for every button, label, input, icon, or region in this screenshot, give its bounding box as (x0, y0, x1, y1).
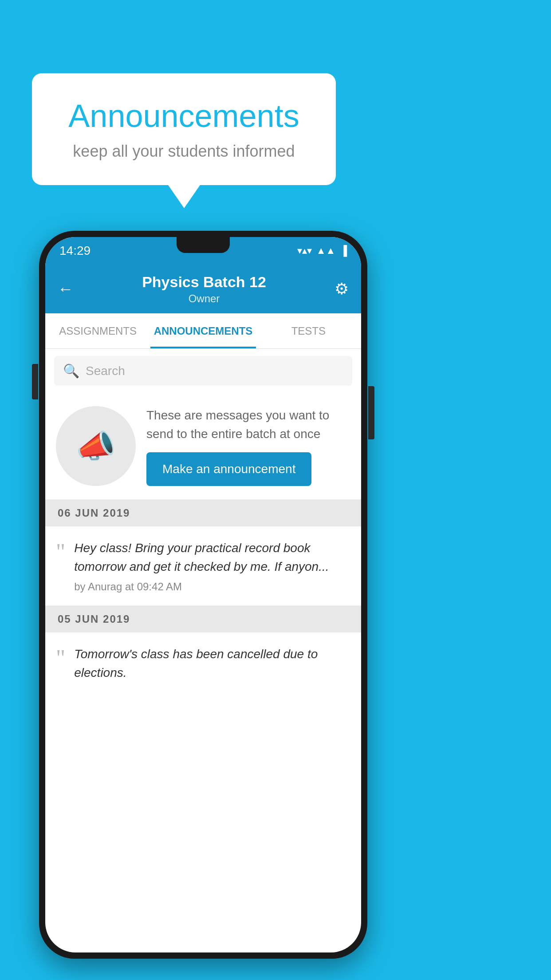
quote-icon-2: " (56, 647, 65, 670)
date-separator-2: 05 JUN 2019 (45, 606, 361, 632)
tab-assignments[interactable]: ASSIGNMENTS (45, 313, 150, 348)
speech-bubble: Announcements keep all your students inf… (32, 73, 336, 185)
search-placeholder: Search (86, 364, 125, 378)
speech-bubble-area: Announcements keep all your students inf… (32, 73, 336, 185)
tab-announcements[interactable]: ANNOUNCEMENTS (150, 313, 256, 348)
header-center: Physics Batch 12 Owner (142, 273, 266, 305)
app-header: ← Physics Batch 12 Owner ⚙ (45, 265, 361, 313)
make-announcement-button[interactable]: Make an announcement (146, 452, 311, 486)
megaphone-icon: 📣 (76, 427, 116, 465)
header-subtitle: Owner (142, 292, 266, 305)
megaphone-circle: 📣 (56, 406, 136, 486)
promo-content: These are messages you want to send to t… (146, 406, 350, 486)
announcement-item-2: " Tomorrow's class has been cancelled du… (45, 632, 361, 699)
announcement-content-2: Tomorrow's class has been cancelled due … (74, 645, 350, 687)
bubble-subtitle: keep all your students informed (59, 142, 309, 161)
quote-icon-1: " (56, 541, 65, 564)
announcement-item-1: " Hey class! Bring your practical record… (45, 526, 361, 606)
gear-icon[interactable]: ⚙ (335, 280, 349, 298)
announcement-author-1: by Anurag at 09:42 AM (74, 581, 350, 593)
search-bar[interactable]: 🔍 Search (54, 356, 352, 386)
status-icons: ▾▴▾ ▲▲ ▐ (297, 245, 347, 257)
signal-icon: ▲▲ (316, 245, 336, 257)
bubble-title: Announcements (59, 98, 309, 134)
search-icon: 🔍 (63, 363, 79, 379)
announcement-text-1: Hey class! Bring your practical record b… (74, 539, 350, 576)
announcement-text-2: Tomorrow's class has been cancelled due … (74, 645, 350, 682)
tab-tests[interactable]: TESTS (256, 313, 361, 348)
search-container: 🔍 Search (45, 349, 361, 393)
battery-icon: ▐ (340, 245, 347, 257)
phone-outer: 14:29 ▾▴▾ ▲▲ ▐ ← Physics Batch 12 Owner … (39, 231, 367, 959)
phone-notch (177, 237, 230, 253)
status-time: 14:29 (59, 244, 91, 258)
wifi-icon: ▾▴▾ (297, 245, 312, 257)
tabs-container: ASSIGNMENTS ANNOUNCEMENTS TESTS (45, 313, 361, 349)
date-separator-1: 06 JUN 2019 (45, 500, 361, 526)
phone-mockup: 14:29 ▾▴▾ ▲▲ ▐ ← Physics Batch 12 Owner … (39, 231, 367, 959)
promo-area: 📣 These are messages you want to send to… (45, 393, 361, 500)
announcement-content-1: Hey class! Bring your practical record b… (74, 539, 350, 593)
phone-screen: 14:29 ▾▴▾ ▲▲ ▐ ← Physics Batch 12 Owner … (45, 237, 361, 952)
promo-description: These are messages you want to send to t… (146, 406, 350, 443)
header-title: Physics Batch 12 (142, 273, 266, 291)
back-button[interactable]: ← (58, 280, 74, 298)
